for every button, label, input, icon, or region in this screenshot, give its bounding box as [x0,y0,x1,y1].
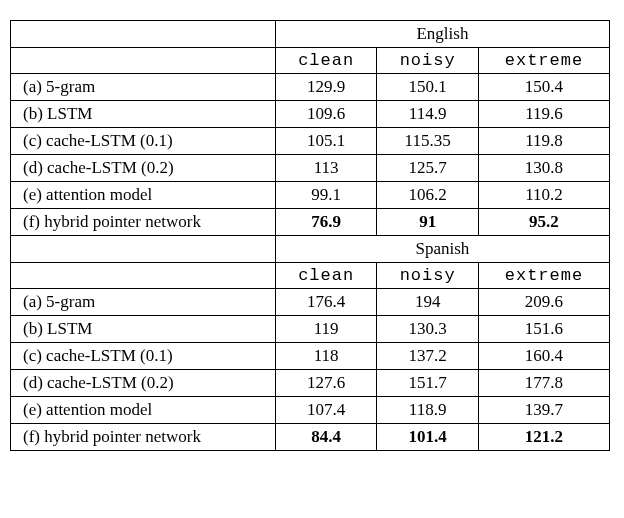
cell: 84.4 [275,424,377,451]
cell: 105.1 [275,128,377,155]
row-label: (b) LSTM [11,101,276,128]
cell: 114.9 [377,101,479,128]
row-label: (e) attention model [11,397,276,424]
row-label: (a) 5-gram [11,74,276,101]
column-header-row: clean noisy extreme [11,48,610,74]
cell: 209.6 [478,289,609,316]
cell: 121.2 [478,424,609,451]
empty-cell [11,263,276,289]
col-noisy: noisy [377,48,479,74]
section-header-row: English [11,21,610,48]
cell: 127.6 [275,370,377,397]
cell: 118.9 [377,397,479,424]
table-row: (c) cache-LSTM (0.1) 105.1 115.35 119.8 [11,128,610,155]
table-row: (b) LSTM 119 130.3 151.6 [11,316,610,343]
row-label: (c) cache-LSTM (0.1) [11,343,276,370]
cell: 139.7 [478,397,609,424]
cell: 113 [275,155,377,182]
empty-cell [11,48,276,74]
table-row: (e) attention model 99.1 106.2 110.2 [11,182,610,209]
empty-cell [11,21,276,48]
table-row: (f) hybrid pointer network 76.9 91 95.2 [11,209,610,236]
cell: 176.4 [275,289,377,316]
col-extreme: extreme [478,48,609,74]
cell: 194 [377,289,479,316]
table-row: (f) hybrid pointer network 84.4 101.4 12… [11,424,610,451]
cell: 129.9 [275,74,377,101]
row-label: (d) cache-LSTM (0.2) [11,370,276,397]
section-title: Spanish [275,236,609,263]
cell: 137.2 [377,343,479,370]
row-label: (f) hybrid pointer network [11,424,276,451]
cell: 95.2 [478,209,609,236]
cell: 160.4 [478,343,609,370]
cell: 119 [275,316,377,343]
row-label: (c) cache-LSTM (0.1) [11,128,276,155]
table-row: (a) 5-gram 176.4 194 209.6 [11,289,610,316]
cell: 107.4 [275,397,377,424]
table-row: (e) attention model 107.4 118.9 139.7 [11,397,610,424]
table-row: (c) cache-LSTM (0.1) 118 137.2 160.4 [11,343,610,370]
row-label: (a) 5-gram [11,289,276,316]
cell: 151.7 [377,370,479,397]
cell: 130.8 [478,155,609,182]
table-row: (d) cache-LSTM (0.2) 127.6 151.7 177.8 [11,370,610,397]
row-label: (f) hybrid pointer network [11,209,276,236]
cell: 76.9 [275,209,377,236]
section-header-row: Spanish [11,236,610,263]
cell: 118 [275,343,377,370]
cell: 106.2 [377,182,479,209]
cell: 125.7 [377,155,479,182]
cell: 150.4 [478,74,609,101]
cell: 119.8 [478,128,609,155]
cell: 119.6 [478,101,609,128]
cell: 115.35 [377,128,479,155]
col-extreme: extreme [478,263,609,289]
cell: 130.3 [377,316,479,343]
cell: 101.4 [377,424,479,451]
column-header-row: clean noisy extreme [11,263,610,289]
section-title: English [275,21,609,48]
cell: 109.6 [275,101,377,128]
empty-cell [11,236,276,263]
table-row: (d) cache-LSTM (0.2) 113 125.7 130.8 [11,155,610,182]
cell: 99.1 [275,182,377,209]
cell: 177.8 [478,370,609,397]
table-row: (b) LSTM 109.6 114.9 119.6 [11,101,610,128]
col-clean: clean [275,263,377,289]
table-row: (a) 5-gram 129.9 150.1 150.4 [11,74,610,101]
results-table: English clean noisy extreme (a) 5-gram 1… [10,20,610,451]
cell: 91 [377,209,479,236]
cell: 150.1 [377,74,479,101]
cell: 110.2 [478,182,609,209]
cell: 151.6 [478,316,609,343]
col-noisy: noisy [377,263,479,289]
row-label: (b) LSTM [11,316,276,343]
col-clean: clean [275,48,377,74]
row-label: (d) cache-LSTM (0.2) [11,155,276,182]
row-label: (e) attention model [11,182,276,209]
